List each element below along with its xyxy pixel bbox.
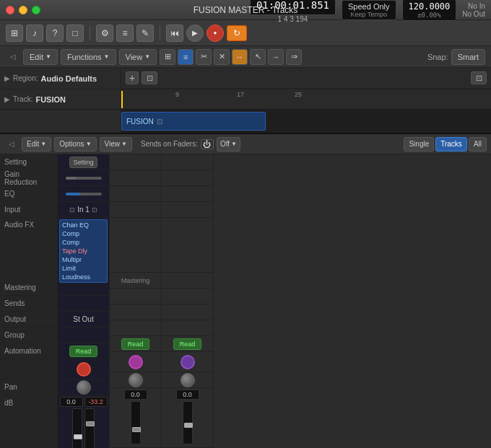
ch1-fx-chaneq[interactable]: Chan EQ	[62, 221, 105, 229]
list-icon[interactable]: ≡	[178, 49, 194, 65]
ch1-setting-btn[interactable]: Setting	[69, 157, 97, 168]
settings-button[interactable]: ⚙	[96, 25, 113, 42]
ch3-pan-knob[interactable]	[181, 373, 195, 387]
ch2-pan-knob[interactable]	[129, 373, 143, 387]
single-button[interactable]: Single	[404, 137, 434, 151]
arrow-icon[interactable]: ↔	[232, 49, 248, 65]
ch1-pan-knob[interactable]	[77, 380, 91, 395]
functions-label: Functions	[67, 53, 102, 61]
ch1-read-btn[interactable]: Read	[69, 346, 98, 357]
ch2-circle-pink[interactable]	[129, 355, 143, 369]
ch1-fx-comp1[interactable]: Comp	[62, 229, 105, 238]
cursor-icon[interactable]: ↖	[250, 49, 266, 65]
region-expand-arrow[interactable]: ▶	[4, 74, 10, 82]
ch1-fx-limit[interactable]: Limit	[62, 264, 105, 273]
x-icon[interactable]: ✕	[214, 49, 230, 65]
ch1-output: St Out	[58, 312, 109, 328]
label-sends: Sends	[0, 296, 57, 312]
detail-edit-label: Edit	[27, 140, 39, 148]
ch2-pan	[110, 372, 161, 388]
grid-icon[interactable]: ⊞	[160, 49, 175, 65]
piano-button[interactable]: ♪	[26, 25, 43, 42]
snap-arrow[interactable]: →	[268, 49, 284, 65]
label-db: dB	[0, 395, 57, 411]
track-expand-arrow[interactable]: ▶	[4, 95, 10, 103]
snap-label: Snap:	[427, 53, 448, 61]
off-label: Off	[220, 140, 230, 148]
playhead	[121, 91, 123, 108]
left-spacer	[0, 110, 121, 133]
scissors-icon[interactable]: ✂	[196, 49, 212, 65]
sends-off-select[interactable]: Off ▼	[217, 137, 240, 151]
pen-button[interactable]: ✎	[136, 25, 154, 42]
record-button[interactable]: ●	[207, 25, 224, 42]
region-track-area: FUSION ⊡	[0, 110, 491, 134]
ch1-gain	[58, 170, 109, 186]
add-track-button[interactable]: +	[126, 71, 139, 84]
question-button[interactable]: ?	[46, 25, 64, 42]
fusion-region-name: FUSION	[126, 118, 154, 126]
ch2-circle-row	[110, 352, 161, 372]
back-arrow[interactable]: ◁	[6, 50, 20, 64]
region-label-static: Region:	[13, 74, 38, 82]
functions-menu[interactable]: Functions ▼	[61, 49, 116, 65]
cycle-button[interactable]: ↻	[227, 25, 247, 41]
ch1-fx-tapedly[interactable]: Tape Dly	[62, 247, 105, 255]
grid-button[interactable]: ≡	[116, 25, 134, 42]
ch3-circle-purple[interactable]	[181, 355, 195, 369]
ch3-fader-track[interactable]	[183, 401, 193, 444]
label-setting: Setting	[0, 154, 57, 170]
ch2-fader-track[interactable]	[131, 401, 141, 444]
ch1-audiofx: Chan EQ Comp Comp Tape Dly Multipr Limit…	[58, 218, 109, 280]
tempo-value: 120.0000	[409, 1, 451, 12]
ch1-input-value: In 1	[77, 206, 90, 214]
ch3-read-btn[interactable]: Read	[173, 338, 202, 350]
detail-panel: ◁ Edit ▼ Options ▼ View ▼ Sends on Fader…	[0, 134, 491, 448]
inspector-button[interactable]: □	[66, 25, 84, 42]
mixer-button[interactable]: ⊞	[6, 25, 23, 42]
ch1-fader-track2[interactable]	[84, 408, 95, 448]
camera-button[interactable]: ⊡	[142, 71, 157, 84]
ch1-fader-track[interactable]	[72, 408, 82, 448]
ch1-sends	[58, 296, 109, 312]
snap-arrow2[interactable]: ⇒	[286, 49, 302, 65]
maximize-button[interactable]	[32, 6, 40, 14]
channel-3: Read 0.0	[162, 154, 214, 448]
tempo-sub: ±0.00%	[409, 12, 451, 19]
detail-options-menu[interactable]: Options ▼	[54, 137, 96, 151]
ch3-automation: Read	[162, 336, 213, 352]
snap-value[interactable]: Smart	[451, 49, 485, 65]
timecode-sub: 1 4 3 194	[250, 15, 336, 23]
ch1-fx-multipr[interactable]: Multipr	[62, 255, 105, 264]
ch1-gain-bar	[66, 177, 102, 180]
close-button[interactable]	[6, 6, 14, 14]
tracks-button[interactable]: Tracks	[435, 137, 467, 151]
view-menu[interactable]: View ▼	[119, 49, 157, 65]
ch1-circle-red[interactable]	[77, 362, 91, 377]
detail-edit-menu[interactable]: Edit ▼	[22, 137, 51, 151]
detail-view-menu[interactable]: View ▼	[100, 137, 132, 151]
track-label-static: Track:	[13, 95, 32, 103]
detail-back-arrow[interactable]: ◁	[4, 137, 19, 151]
ch2-group	[110, 320, 161, 336]
all-button[interactable]: All	[469, 137, 487, 151]
ch2-read-btn[interactable]: Read	[121, 338, 150, 350]
ch3-sends	[162, 289, 213, 304]
edit-menu[interactable]: Edit ▼	[23, 49, 58, 65]
region-value: Audio Defaults	[40, 74, 97, 83]
detail-labels-column: Setting Gain Reduction EQ Input Audio FX…	[0, 154, 58, 448]
ch1-fx-comp2[interactable]: Comp	[62, 238, 105, 247]
main-toolbar: ⊞ ♪ ? □ ⚙ ≡ ✎ ⏮ ▶ ● ↻	[0, 20, 491, 46]
rewind-button[interactable]: ⏮	[166, 25, 183, 42]
minimize-button[interactable]	[19, 6, 27, 14]
separator-2	[160, 26, 160, 40]
play-button[interactable]: ▶	[186, 25, 204, 42]
sends-power-btn[interactable]: ⏻	[201, 139, 214, 149]
functions-arrow: ▼	[104, 53, 110, 60]
detail-toolbar: ◁ Edit ▼ Options ▼ View ▼ Sends on Fader…	[0, 134, 491, 154]
fusion-region-block[interactable]: FUSION ⊡	[121, 112, 266, 131]
ruler-marker-9: 9	[175, 91, 179, 98]
track-end-button[interactable]: ⊡	[471, 71, 487, 84]
sends-faders-label: Sends on Faders:	[141, 140, 198, 148]
ruler-marker-25: 25	[295, 91, 302, 98]
